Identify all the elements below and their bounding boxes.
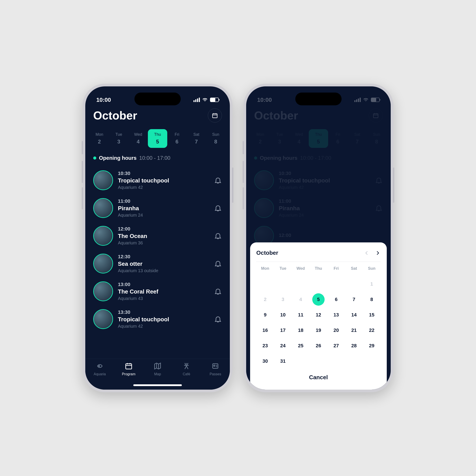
- datepicker-day[interactable]: 15: [363, 310, 381, 320]
- event-location: Aquarium 42: [118, 185, 209, 190]
- day-number: 8: [206, 139, 225, 145]
- dynamic-island: [135, 93, 181, 105]
- datepicker-day[interactable]: 24: [274, 341, 292, 351]
- opening-hours-row: Opening hours 10:00 - 17:00: [85, 153, 230, 166]
- svg-rect-2: [126, 364, 132, 369]
- event-title: Sea otter: [118, 260, 209, 267]
- datepicker-day[interactable]: 7: [345, 295, 363, 304]
- bell-icon[interactable]: [214, 204, 222, 212]
- event-row[interactable]: 11:00 Piranha Aquarium 24: [93, 194, 222, 222]
- day-of-week-label: Sun: [206, 132, 225, 137]
- datepicker-day[interactable]: 5: [310, 295, 327, 304]
- datepicker-day[interactable]: 9: [256, 310, 274, 320]
- datepicker-day[interactable]: 8: [363, 295, 381, 304]
- datepicker-dow-header: Mon: [256, 266, 274, 273]
- datepicker-day[interactable]: 20: [327, 325, 345, 335]
- datepicker-day[interactable]: 30: [256, 356, 274, 366]
- tab-aquaria[interactable]: Aquaria: [85, 362, 114, 390]
- week-strip: Mon2Tue3Wed4Thu5Fri6Sat7Sun8: [85, 127, 230, 153]
- page-title: October: [93, 109, 137, 122]
- datepicker-day[interactable]: 28: [345, 341, 363, 351]
- datepicker-day[interactable]: 29: [363, 341, 381, 351]
- aquaria-icon: [96, 362, 104, 370]
- datepicker-day[interactable]: 22: [363, 325, 381, 335]
- datepicker-day[interactable]: 27: [327, 341, 345, 351]
- datepicker-day[interactable]: 21: [345, 325, 363, 335]
- day-cell-thu[interactable]: Thu5: [148, 129, 167, 148]
- datepicker-day[interactable]: 10: [274, 310, 292, 320]
- bell-icon[interactable]: [214, 260, 222, 268]
- event-location: Aquarium 24: [118, 213, 209, 218]
- cancel-button[interactable]: Cancel: [256, 374, 381, 381]
- event-row[interactable]: 13:30 Tropical touchpool Aquarium 42: [93, 305, 222, 333]
- event-row[interactable]: 13:00 The Coral Reef Aquarium 43: [93, 277, 222, 305]
- datepicker-day[interactable]: 31: [274, 356, 292, 366]
- home-indicator[interactable]: [133, 384, 182, 386]
- day-cell-sat[interactable]: Sat7: [187, 129, 206, 148]
- datepicker-empty: [292, 279, 310, 289]
- event-location: Aquarium 13 outside: [118, 268, 209, 273]
- bell-icon[interactable]: [214, 287, 222, 295]
- day-cell-mon[interactable]: Mon2: [90, 129, 109, 148]
- day-of-week-label: Tue: [109, 132, 128, 137]
- day-of-week-label: Fri: [167, 132, 187, 137]
- phone-left: 10:00 October Mon2Tue3Wed4Thu5Fri6Sat7Su…: [83, 84, 233, 392]
- datepicker-dow-header: Wed: [292, 266, 310, 273]
- datepicker-day[interactable]: 18: [292, 325, 310, 335]
- bell-icon[interactable]: [214, 232, 222, 240]
- day-number: 6: [167, 139, 187, 145]
- day-of-week-label: Thu: [148, 132, 167, 137]
- event-row[interactable]: 12:00 The Ocean Aquarium 36: [93, 222, 222, 250]
- event-time: 12:30: [118, 254, 209, 260]
- tab-label: Aquaria: [85, 372, 114, 376]
- datepicker-dow-header: Thu: [310, 266, 327, 273]
- event-time: 10:30: [118, 170, 209, 176]
- day-cell-fri[interactable]: Fri6: [167, 129, 187, 148]
- datepicker-day[interactable]: 19: [310, 325, 327, 335]
- datepicker-dow-header: Sat: [345, 266, 363, 273]
- datepicker-day[interactable]: 11: [292, 310, 310, 320]
- day-number: 7: [187, 139, 206, 145]
- event-row[interactable]: 12:30 Sea otter Aquarium 13 outside: [93, 250, 222, 277]
- event-avatar: [93, 254, 113, 273]
- event-title: The Ocean: [118, 233, 209, 239]
- datepicker-day[interactable]: 26: [310, 341, 327, 351]
- datepicker-dow-header: Fri: [327, 266, 345, 273]
- event-title: Piranha: [118, 205, 209, 212]
- calendar-button[interactable]: [208, 108, 222, 122]
- next-month-button[interactable]: [375, 250, 381, 256]
- event-row[interactable]: 10:30 Tropical touchpool Aquarium 42: [93, 166, 222, 194]
- datepicker-day[interactable]: 25: [292, 341, 310, 351]
- passes-icon: [211, 362, 219, 370]
- opening-hours-label: Opening hours: [99, 155, 137, 161]
- day-cell-tue[interactable]: Tue3: [109, 129, 128, 148]
- tab-label: Café: [172, 372, 201, 376]
- datepicker-day[interactable]: 17: [274, 325, 292, 335]
- datepicker-day[interactable]: 23: [256, 341, 274, 351]
- status-dot-icon: [93, 156, 96, 160]
- svg-point-1: [99, 366, 100, 367]
- svg-rect-0: [213, 114, 217, 118]
- opening-hours-value: 10:00 - 17:00: [139, 155, 170, 161]
- datepicker-day: 1: [363, 279, 381, 289]
- program-icon: [125, 362, 133, 370]
- datepicker-empty: [310, 279, 327, 289]
- event-time: 13:00: [118, 282, 209, 287]
- bell-icon[interactable]: [214, 315, 222, 323]
- datepicker-day[interactable]: 14: [345, 310, 363, 320]
- tab-label: Map: [143, 372, 172, 376]
- bell-icon[interactable]: [214, 176, 222, 184]
- datepicker-day[interactable]: 12: [310, 310, 327, 320]
- datepicker-dow-header: Sun: [363, 266, 381, 273]
- datepicker-empty: [256, 279, 274, 289]
- datepicker-day[interactable]: 16: [256, 325, 274, 335]
- day-cell-sun[interactable]: Sun8: [206, 129, 225, 148]
- datepicker-day: 2: [256, 295, 274, 304]
- svg-point-4: [214, 365, 215, 366]
- datepicker-day[interactable]: 6: [327, 295, 345, 304]
- day-cell-wed[interactable]: Wed4: [128, 129, 148, 148]
- tab-passes[interactable]: Passes: [201, 362, 230, 390]
- event-time: 12:00: [118, 226, 209, 232]
- datepicker-day[interactable]: 13: [327, 310, 345, 320]
- event-list[interactable]: 10:30 Tropical touchpool Aquarium 42 11:…: [85, 166, 230, 333]
